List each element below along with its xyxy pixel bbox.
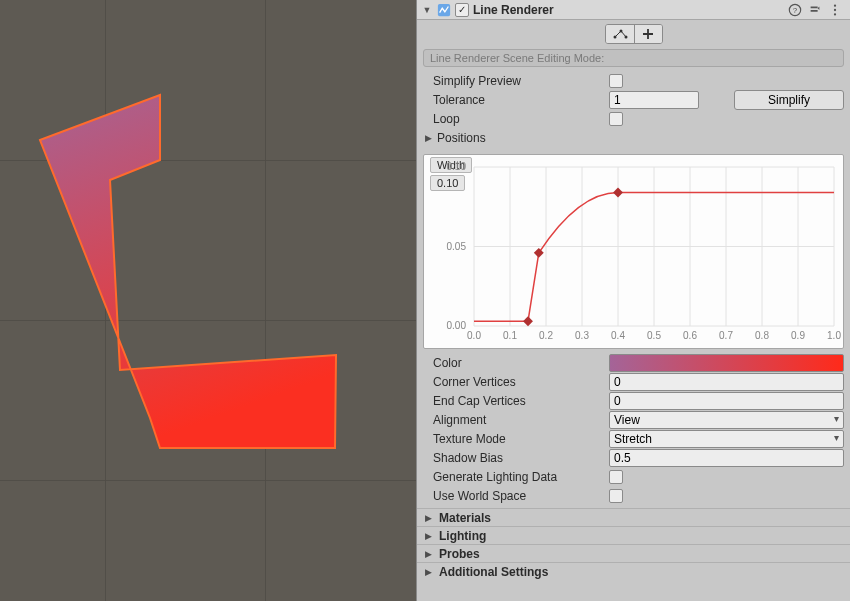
line-renderer-shape bbox=[0, 0, 416, 601]
end-cap-vertices-label: End Cap Vertices bbox=[423, 394, 603, 408]
use-world-space-checkbox[interactable] bbox=[609, 489, 623, 503]
texture-mode-row: Texture Mode Stretch bbox=[423, 430, 844, 448]
svg-text:0.3: 0.3 bbox=[575, 330, 589, 341]
svg-text:1.0: 1.0 bbox=[827, 330, 841, 341]
shadow-bias-input[interactable] bbox=[609, 449, 844, 467]
svg-text:?: ? bbox=[793, 5, 798, 14]
loop-row: Loop bbox=[423, 110, 844, 128]
width-curve-editor[interactable]: Width 0.10 0.000.050.100.00.10.20.30.40.… bbox=[423, 154, 844, 349]
svg-text:0.0: 0.0 bbox=[467, 330, 481, 341]
probes-foldout[interactable]: ▶Probes bbox=[417, 544, 850, 562]
svg-text:0.8: 0.8 bbox=[755, 330, 769, 341]
chevron-right-icon: ▶ bbox=[425, 531, 435, 541]
loop-checkbox[interactable] bbox=[609, 112, 623, 126]
svg-text:0.4: 0.4 bbox=[611, 330, 625, 341]
svg-marker-0 bbox=[40, 95, 336, 448]
lighting-foldout[interactable]: ▶Lighting bbox=[417, 526, 850, 544]
inspector-panel: ▼ ✓ Line Renderer ? Line Renderer Scene … bbox=[416, 0, 850, 601]
simplify-preview-label: Simplify Preview bbox=[423, 74, 603, 88]
tolerance-row: Tolerance Simplify bbox=[423, 91, 844, 109]
svg-text:0.05: 0.05 bbox=[447, 241, 467, 252]
alignment-row: Alignment View bbox=[423, 411, 844, 429]
use-world-space-label: Use World Space bbox=[423, 489, 603, 503]
scene-editing-toolbar bbox=[423, 24, 844, 44]
line-renderer-icon bbox=[437, 3, 451, 17]
shadow-bias-label: Shadow Bias bbox=[423, 451, 603, 465]
svg-text:0.00: 0.00 bbox=[447, 320, 467, 331]
svg-rect-39 bbox=[534, 248, 544, 258]
svg-text:0.7: 0.7 bbox=[719, 330, 733, 341]
simplify-preview-row: Simplify Preview bbox=[423, 72, 844, 90]
corner-vertices-input[interactable] bbox=[609, 373, 844, 391]
alignment-label: Alignment bbox=[423, 413, 603, 427]
materials-foldout[interactable]: ▶Materials bbox=[417, 508, 850, 526]
component-foldout-toggle[interactable]: ▼ bbox=[421, 5, 433, 15]
color-label: Color bbox=[423, 356, 603, 370]
additional-settings-foldout[interactable]: ▶Additional Settings bbox=[417, 562, 850, 580]
tolerance-label: Tolerance bbox=[423, 93, 603, 107]
component-enabled-checkbox[interactable]: ✓ bbox=[455, 3, 469, 17]
use-world-space-row: Use World Space bbox=[423, 487, 844, 505]
svg-text:0.1: 0.1 bbox=[503, 330, 517, 341]
generate-lighting-checkbox[interactable] bbox=[609, 470, 623, 484]
alignment-dropdown[interactable]: View bbox=[609, 411, 844, 429]
texture-mode-label: Texture Mode bbox=[423, 432, 603, 446]
generate-lighting-label: Generate Lighting Data bbox=[423, 470, 603, 484]
tolerance-input[interactable] bbox=[609, 91, 699, 109]
chevron-right-icon: ▶ bbox=[425, 567, 435, 577]
scene-view[interactable] bbox=[0, 0, 416, 601]
positions-foldout[interactable]: ▶ Positions bbox=[423, 129, 844, 147]
color-row: Color bbox=[423, 354, 844, 372]
corner-vertices-label: Corner Vertices bbox=[423, 375, 603, 389]
svg-text:0.6: 0.6 bbox=[683, 330, 697, 341]
chevron-right-icon: ▶ bbox=[423, 133, 433, 143]
svg-point-4 bbox=[834, 4, 836, 6]
simplify-preview-checkbox[interactable] bbox=[609, 74, 623, 88]
svg-point-6 bbox=[834, 13, 836, 15]
simplify-button[interactable]: Simplify bbox=[734, 90, 844, 110]
component-title: Line Renderer bbox=[473, 3, 784, 17]
edit-points-button[interactable] bbox=[606, 25, 634, 43]
positions-label: Positions bbox=[437, 131, 486, 145]
svg-text:0.9: 0.9 bbox=[791, 330, 805, 341]
end-cap-vertices-row: End Cap Vertices bbox=[423, 392, 844, 410]
corner-vertices-row: Corner Vertices bbox=[423, 373, 844, 391]
kebab-menu-icon[interactable] bbox=[828, 3, 842, 17]
scene-editing-hint: Line Renderer Scene Editing Mode: bbox=[423, 49, 844, 67]
color-gradient-field[interactable] bbox=[609, 354, 844, 372]
svg-rect-40 bbox=[613, 187, 623, 197]
end-cap-vertices-input[interactable] bbox=[609, 392, 844, 410]
loop-label: Loop bbox=[423, 112, 603, 126]
shadow-bias-row: Shadow Bias bbox=[423, 449, 844, 467]
help-icon[interactable]: ? bbox=[788, 3, 802, 17]
svg-point-5 bbox=[834, 8, 836, 10]
add-point-button[interactable] bbox=[634, 25, 662, 43]
generate-lighting-row: Generate Lighting Data bbox=[423, 468, 844, 486]
chevron-right-icon: ▶ bbox=[425, 513, 435, 523]
texture-mode-dropdown[interactable]: Stretch bbox=[609, 430, 844, 448]
svg-rect-38 bbox=[523, 316, 533, 326]
svg-text:0.2: 0.2 bbox=[539, 330, 553, 341]
svg-text:0.5: 0.5 bbox=[647, 330, 661, 341]
chevron-right-icon: ▶ bbox=[425, 549, 435, 559]
component-header: ▼ ✓ Line Renderer ? bbox=[417, 0, 850, 20]
svg-text:0.10: 0.10 bbox=[447, 161, 467, 172]
preset-icon[interactable] bbox=[808, 3, 822, 17]
